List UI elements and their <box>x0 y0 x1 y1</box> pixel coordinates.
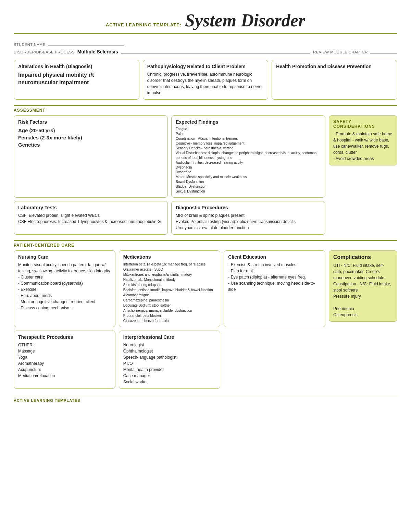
interprofessional-care-card: Interprofessional Care Neurologist Ophth… <box>119 331 221 389</box>
therapeutic-procedures-card: Therapeutic Procedures OTHER: Massage Yo… <box>14 331 115 389</box>
page-title: System Disorder <box>185 10 305 30</box>
footer-label: ACTIVE LEARNING TEMPLATES <box>14 398 80 403</box>
therapeutic-procedures-body: OTHER: Massage Yoga Aromatherapy Acupunc… <box>18 342 111 379</box>
student-name-label: STUDENT NAME <box>14 42 46 47</box>
client-education-body: - Exercise & stretch involved muscles - … <box>228 262 321 293</box>
review-line <box>370 48 397 53</box>
assessment-wrapper: Risk Factors Age (20-50 yrs)Females (2-3… <box>14 115 397 235</box>
pathophysiology-card: Pathophysiology Related to Client Proble… <box>143 60 269 100</box>
alterations-card: Alterations in Health (Diagnosis) Impair… <box>14 60 139 100</box>
complications-card: Complications UTI - N/C: Fluid intake, s… <box>329 250 397 322</box>
medications-card: Medications Interferon beta 1a & beta 1b… <box>119 250 221 327</box>
active-learning-label: ACTIVE LEARNING TEMPLATE: <box>106 22 182 27</box>
pcc-wrapper: Nursing Care Monitor: visual acuity, spe… <box>14 250 397 389</box>
health-promotion-card: Health Promotion and Disease Prevention <box>272 60 397 100</box>
disorder-row: DISORDER/DISEASE PROCESS Multiple Sclero… <box>14 48 397 54</box>
assessment-main: Risk Factors Age (20-50 yrs)Females (2-3… <box>14 115 325 235</box>
student-name-line <box>48 40 124 46</box>
review-module: REVIEW MODULE CHAPTER <box>313 48 397 54</box>
nursing-care-body: Monitor: visual acuity, speech pattern: … <box>18 262 111 311</box>
diagnostic-procedures-card: Diagnostic Procedures MRI of brain & spi… <box>171 201 325 235</box>
alterations-title: Alterations in Health (Diagnosis) <box>18 64 135 69</box>
page: ACTIVE LEARNING TEMPLATE: System Disorde… <box>0 0 411 532</box>
diagnostic-procedures-body: MRI of brain & spine: plaques presentEvo… <box>176 212 321 231</box>
risk-factors-title: Risk Factors <box>18 119 163 125</box>
pcc-label: PATIENT-CENTERED CARE <box>14 240 397 248</box>
client-education-title: Client Education <box>228 254 321 260</box>
laboratory-tests-body: CSF: Elevated protein, slight elevated W… <box>18 212 163 225</box>
review-label: REVIEW MODULE CHAPTER <box>313 50 368 54</box>
expected-findings-body: FatiguePainCoordination - Ataxia, Intent… <box>176 127 321 194</box>
risk-factors-body: Age (20-50 yrs)Females (2-3x more likely… <box>18 127 163 148</box>
health-promotion-title: Health Promotion and Disease Prevention <box>276 64 393 69</box>
assessment-label: ASSESSMENT <box>14 105 397 113</box>
client-education-card: Client Education - Exercise & stretch in… <box>224 250 325 327</box>
alterations-body: Impaired physical mobility r/t neuromusc… <box>18 71 135 87</box>
laboratory-tests-title: Laboratory Tests <box>18 205 163 210</box>
footer: ACTIVE LEARNING TEMPLATES <box>14 396 397 403</box>
diagnostic-procedures-title: Diagnostic Procedures <box>176 205 321 210</box>
student-name-row: STUDENT NAME <box>14 40 397 47</box>
pathophysiology-body: Chronic, progressive, irreversible, auto… <box>147 71 264 96</box>
laboratory-tests-card: Laboratory Tests CSF: Elevated protein, … <box>14 201 168 235</box>
safety-card: SAFETY CONSIDERATIONS - Promote & mainta… <box>329 115 397 165</box>
nursing-care-card: Nursing Care Monitor: visual acuity, spe… <box>14 250 115 327</box>
nursing-care-title: Nursing Care <box>18 254 111 260</box>
expected-findings-title: Expected Findings <box>176 119 321 125</box>
complications-side: Complications UTI - N/C: Fluid intake, s… <box>329 250 397 389</box>
header: ACTIVE LEARNING TEMPLATE: System Disorde… <box>14 10 397 34</box>
safety-title: SAFETY CONSIDERATIONS <box>333 119 393 129</box>
safety-body: - Promote & maintain safe home & hospita… <box>333 131 393 162</box>
pcc-main: Nursing Care Monitor: visual acuity, spe… <box>14 250 325 389</box>
complications-title: Complications <box>333 254 393 260</box>
disorder-label: DISORDER/DISEASE PROCESS <box>14 50 75 54</box>
interprofessional-care-title: Interprofessional Care <box>123 334 216 340</box>
therapeutic-procedures-title: Therapeutic Procedures <box>18 334 111 340</box>
pathophysiology-title: Pathophysiology Related to Client Proble… <box>147 64 264 69</box>
risk-factors-card: Risk Factors Age (20-50 yrs)Females (2-3… <box>14 115 168 198</box>
medications-title: Medications <box>123 254 216 260</box>
complications-body: UTI - N/C: Fluid intake, self-cath, pace… <box>333 262 393 318</box>
student-info: STUDENT NAME DISORDER/DISEASE PROCESS Mu… <box>14 40 397 54</box>
medications-body: Interferon beta 1a & beta 1b: manage fre… <box>123 262 216 323</box>
expected-findings-card: Expected Findings FatiguePainCoordinatio… <box>171 115 325 198</box>
disorder-value: Multiple Sclerosis <box>77 49 118 54</box>
safety-side: SAFETY CONSIDERATIONS - Promote & mainta… <box>329 115 397 235</box>
top-section: Alterations in Health (Diagnosis) Impair… <box>14 60 397 100</box>
interprofessional-care-body: Neurologist Ophthalmologist Speech-langu… <box>123 342 216 385</box>
